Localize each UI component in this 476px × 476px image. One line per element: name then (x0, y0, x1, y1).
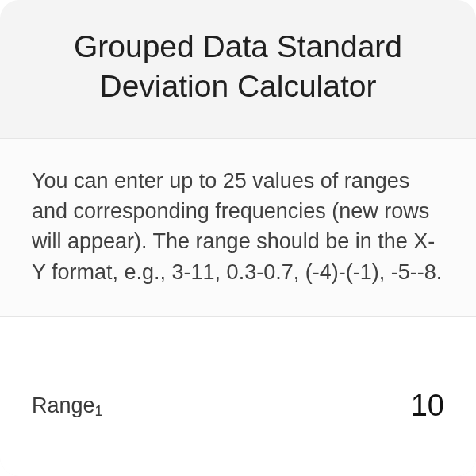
page-title: Grouped Data Standard Deviation Calculat… (32, 27, 444, 106)
calculator-card: Grouped Data Standard Deviation Calculat… (0, 0, 476, 476)
label-subscript: 1 (95, 403, 103, 419)
description-block: You can enter up to 25 values of ranges … (0, 138, 476, 317)
label-text: Range (32, 393, 95, 417)
description-text: You can enter up to 25 values of ranges … (32, 166, 444, 287)
title-block: Grouped Data Standard Deviation Calculat… (0, 0, 476, 138)
input-label-range-1: Range1 (32, 393, 103, 418)
input-row-range-1: Range1 (0, 317, 476, 476)
input-field-range-1[interactable] (317, 389, 444, 423)
